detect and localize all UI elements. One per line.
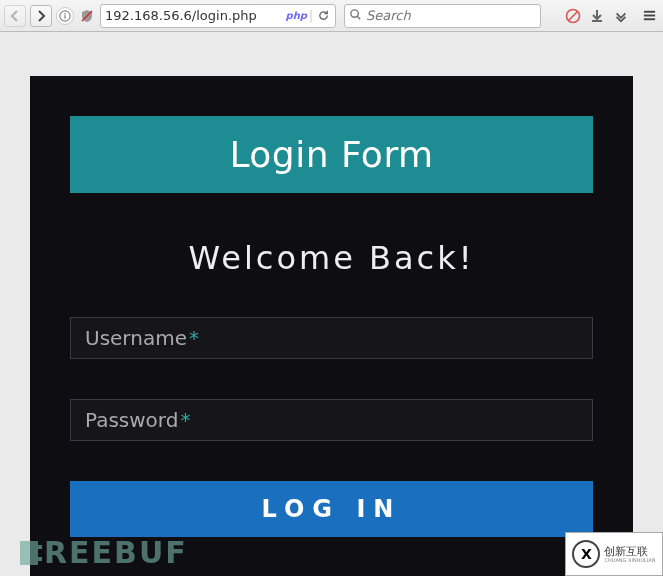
login-title: Login Form bbox=[70, 116, 593, 193]
watermark-right-sub: CHUANG XINHULIAN bbox=[604, 557, 655, 563]
password-input[interactable] bbox=[71, 400, 592, 440]
svg-line-7 bbox=[569, 11, 578, 20]
svg-point-4 bbox=[351, 10, 358, 17]
svg-line-5 bbox=[357, 16, 360, 19]
username-input[interactable] bbox=[71, 318, 592, 358]
overflow-icon[interactable] bbox=[611, 6, 631, 26]
username-field-wrap: Username* bbox=[70, 317, 593, 359]
tracking-protection-icon[interactable] bbox=[78, 7, 96, 25]
page-viewport: Login Form Welcome Back! Username* Passw… bbox=[0, 32, 663, 576]
svg-rect-1 bbox=[64, 13, 65, 14]
reload-icon[interactable] bbox=[315, 8, 331, 24]
search-bar bbox=[344, 4, 541, 28]
search-icon bbox=[349, 6, 362, 25]
watermark-right-text: 创新互联 bbox=[604, 546, 655, 557]
back-button[interactable] bbox=[4, 5, 26, 27]
site-identity-icon[interactable] bbox=[56, 7, 74, 25]
welcome-heading: Welcome Back! bbox=[70, 239, 593, 277]
forward-button[interactable] bbox=[30, 5, 52, 27]
watermark-left: REEBUF bbox=[20, 535, 188, 570]
login-button[interactable]: LOG IN bbox=[70, 481, 593, 537]
separator: | bbox=[309, 9, 313, 23]
url-bar: php | bbox=[100, 4, 336, 28]
menu-icon[interactable] bbox=[639, 6, 659, 26]
watermark-right: X 创新互联 CHUANG XINHULIAN bbox=[565, 532, 663, 576]
search-input[interactable] bbox=[366, 8, 536, 23]
watermark-left-icon bbox=[20, 541, 38, 565]
url-input[interactable] bbox=[105, 8, 284, 23]
watermark-right-icon: X bbox=[572, 540, 600, 568]
browser-toolbar: php | bbox=[0, 0, 663, 32]
blocker-icon[interactable] bbox=[563, 6, 583, 26]
watermark-left-text: REEBUF bbox=[44, 535, 188, 570]
login-card: Login Form Welcome Back! Username* Passw… bbox=[30, 76, 633, 576]
svg-rect-2 bbox=[64, 15, 65, 18]
downloads-icon[interactable] bbox=[587, 6, 607, 26]
password-field-wrap: Password* bbox=[70, 399, 593, 441]
php-badge-icon: php bbox=[286, 10, 307, 21]
